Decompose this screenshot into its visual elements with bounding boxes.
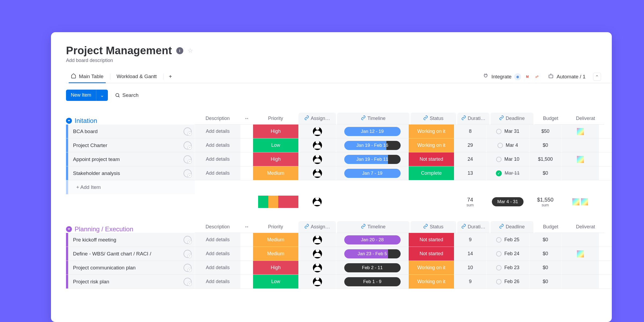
status-cell[interactable]: Not started [408,247,454,261]
budget-cell[interactable]: $0 [529,247,561,261]
timeline-cell[interactable]: Feb 2 - 11 [336,261,408,275]
add-update-icon[interactable] [184,141,192,149]
description-cell[interactable]: Add details [195,247,240,261]
priority-cell[interactable]: High [253,152,298,166]
add-update-icon[interactable] [184,236,192,244]
drag-cell[interactable] [240,152,253,166]
automate-button[interactable]: Automate / 1 [548,73,586,80]
description-cell[interactable]: Add details [195,138,240,152]
add-update-icon[interactable] [184,169,192,177]
assignee-cell[interactable] [298,152,336,166]
new-item-button[interactable]: New Item ⌄ [66,90,108,101]
timeline-cell[interactable]: Jan 19 - Feb 11 [336,152,408,166]
item-name[interactable]: Project risk plan [73,279,184,285]
assignee-cell[interactable] [298,261,336,275]
description-cell[interactable]: Add details [195,125,240,138]
new-item-label[interactable]: New Item [66,90,96,101]
assignee-cell[interactable] [298,233,336,247]
duration-cell[interactable]: 8 [454,125,486,138]
deliverable-cell[interactable] [561,138,599,152]
row-name-cell[interactable]: Stakeholder analysis [66,166,195,180]
assignee-avatar[interactable] [313,197,322,206]
column-priority[interactable]: Priority [253,113,298,125]
column-timeline[interactable]: Timeline [337,221,409,233]
item-name[interactable]: Appoint project team [73,156,184,162]
status-cell[interactable]: Working on it [408,275,454,288]
deliverable-thumbnail[interactable] [577,250,584,257]
priority-cell[interactable]: Medium [253,166,298,180]
duration-cell[interactable]: 24 [454,152,486,166]
column-priority[interactable]: Priority [253,221,298,233]
deliverable-cell[interactable] [561,275,599,288]
deadline-cell[interactable]: Mar 4 [486,138,529,152]
budget-cell[interactable]: $1,500 [529,152,561,166]
deliverable-cell[interactable] [561,233,599,247]
duration-cell[interactable]: 9 [454,275,486,288]
description-cell[interactable]: Add details [195,233,240,247]
group-collapse-toggle[interactable] [66,118,72,124]
budget-cell[interactable]: $0 [529,233,561,247]
timeline-cell[interactable]: Jan 7 - 19 [336,166,408,180]
status-cell[interactable]: Working on it [408,125,454,138]
drag-cell[interactable] [240,138,253,152]
assignee-cell[interactable] [298,247,336,261]
budget-cell[interactable]: $0 [529,275,561,288]
timeline-cell[interactable]: Jan 19 - Feb 16 [336,138,408,152]
budget-cell[interactable]: $50 [529,125,561,138]
deadline-cell[interactable]: Feb 24 [486,247,529,261]
group-title[interactable]: Planning / Execution [75,225,133,233]
board-description[interactable]: Add board description [66,58,612,63]
duration-cell[interactable]: 29 [454,138,486,152]
assignee-avatar[interactable] [313,169,322,178]
assignee-avatar[interactable] [313,141,322,150]
drag-cell[interactable] [240,125,253,138]
status-cell[interactable]: Not started [408,152,454,166]
priority-cell[interactable]: Medium [253,247,298,261]
column-reorder-handle[interactable]: ↔ [240,113,253,125]
deadline-cell[interactable]: ✓Mar 11 [486,166,529,180]
deliverable-cell[interactable] [561,125,599,138]
deliverable-cell[interactable] [561,152,599,166]
collapse-header-button[interactable]: ⌃ [593,73,601,81]
group-collapse-toggle[interactable] [66,226,72,232]
deliverable-thumbnail[interactable] [577,156,584,163]
search-button[interactable]: Search [115,92,138,98]
row-name-cell[interactable]: Project risk plan [66,275,195,288]
priority-cell[interactable]: High [253,125,298,138]
table-row[interactable]: BCA board Add details High Jan 12 - 19 W… [66,125,612,138]
add-update-icon[interactable] [184,264,192,272]
table-row[interactable]: Project communication plan Add details H… [66,261,612,275]
timeline-cell[interactable]: Jan 20 - 28 [336,233,408,247]
assignee-cell[interactable] [298,275,336,288]
drag-cell[interactable] [240,247,253,261]
column-budget[interactable]: Budget [535,113,567,125]
add-update-icon[interactable] [184,127,192,136]
table-row[interactable]: Appoint project team Add details High Ja… [66,152,612,166]
row-name-cell[interactable]: Define - WBS/ Gantt chart / RACI / [66,247,195,261]
description-cell[interactable]: Add details [195,275,240,288]
new-item-dropdown[interactable]: ⌄ [96,90,108,101]
item-name[interactable]: BCA board [73,129,184,134]
column-deliverable[interactable]: Deliverat [567,221,604,233]
priority-cell[interactable]: High [253,261,298,275]
column-status[interactable]: Status [411,221,456,233]
tab-main-table[interactable]: Main Table [66,70,108,83]
deadline-cell[interactable]: Feb 23 [486,261,529,275]
assignee-avatar[interactable] [313,127,322,136]
tab-workload-gantt[interactable]: Workload & Gantt [112,71,162,83]
timeline-cell[interactable]: Jan 23 - Feb 5 [336,247,408,261]
drag-cell[interactable] [240,166,253,180]
deadline-cell[interactable]: Feb 26 [486,275,529,288]
status-cell[interactable]: Not started [408,233,454,247]
status-cell[interactable]: Working on it [408,261,454,275]
column-deadline[interactable]: Deadline [491,113,533,125]
duration-cell[interactable]: 14 [454,247,486,261]
row-name-cell[interactable]: BCA board [66,125,195,138]
deliverable-cell[interactable] [561,166,599,180]
priority-cell[interactable]: Low [253,275,298,288]
add-view-button[interactable]: + [165,72,176,81]
description-cell[interactable]: Add details [195,261,240,275]
drag-cell[interactable] [240,275,253,288]
column-description[interactable]: Description [195,113,240,125]
item-name[interactable]: Pre kickoff meeting [73,237,184,243]
